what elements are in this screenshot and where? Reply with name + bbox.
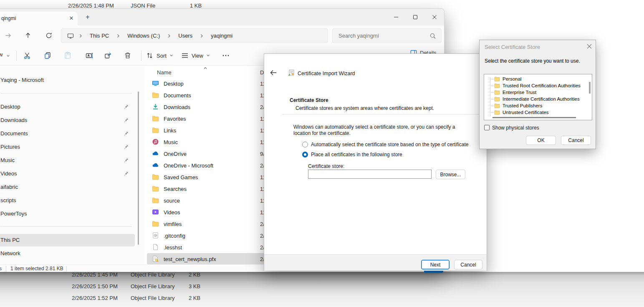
breadcrumb-item[interactable]: Windows (C:) — [124, 33, 163, 39]
copy-icon[interactable] — [39, 48, 56, 63]
sidebar-item[interactable]: Pictures — [0, 141, 135, 153]
tree-folder-icon — [494, 76, 500, 82]
view-icon — [181, 51, 189, 60]
breadcrumb-item[interactable]: This PC — [86, 33, 112, 39]
rename-icon[interactable] — [81, 48, 98, 63]
tree-folder-icon — [494, 109, 500, 115]
browse-button[interactable]: Browse... — [436, 170, 465, 179]
divider — [6, 266, 6, 271]
folder-icon — [152, 197, 159, 204]
radio-label: Automatically select the certificate sto… — [311, 142, 469, 147]
chevron-right-icon — [116, 33, 121, 38]
wizard-page-subheading: Certificate stores are system areas wher… — [295, 105, 434, 111]
divider — [282, 114, 487, 114]
search-box[interactable] — [332, 28, 442, 43]
close-icon[interactable] — [586, 43, 593, 50]
sidebar-item[interactable]: scripts — [0, 194, 135, 207]
pin-icon — [123, 130, 129, 137]
tree-horizontal-scrollbar[interactable] — [492, 117, 576, 118]
divider — [66, 266, 67, 271]
sidebar-item[interactable]: Downloads — [0, 114, 135, 127]
file-name: Desktop — [164, 81, 184, 87]
close-button[interactable] — [425, 9, 444, 25]
tree-item-label: Intermediate Certification Authorities — [503, 96, 580, 101]
sidebar-item[interactable]: Documents — [0, 127, 135, 140]
tree-vertical-scrollbar[interactable] — [589, 82, 591, 94]
show-physical-stores-checkbox[interactable] — [484, 125, 490, 130]
sort-button[interactable]: Sort — [146, 48, 174, 63]
tree-item-label: Enterprise Trust — [503, 90, 536, 95]
tree-item[interactable]: Trusted Publishers — [487, 102, 588, 109]
pin-icon — [123, 144, 129, 150]
tree-item[interactable]: Untrusted Certificates — [487, 109, 588, 116]
sidebar-item[interactable]: PowerToys — [0, 208, 135, 220]
file-name: vimfiles — [164, 221, 182, 227]
search-icon — [429, 33, 436, 39]
sidebar-item[interactable]: This PC — [0, 234, 135, 246]
tree-folder-icon — [494, 89, 500, 95]
share-icon[interactable] — [100, 48, 116, 63]
wizard-page-heading: Certificate Store — [290, 97, 328, 103]
desktop-icon — [152, 80, 159, 87]
folder-icon — [152, 185, 159, 192]
sidebar-scrollbar[interactable] — [138, 91, 139, 245]
sidebar-item[interactable]: Videos — [0, 167, 135, 180]
sidebar-item[interactable]: Music — [0, 154, 135, 167]
dialog-title: Select Certificate Store — [485, 44, 540, 50]
new-tab-button[interactable]: + — [83, 13, 92, 22]
ok-button[interactable]: OK — [526, 136, 556, 145]
back-arrow-icon[interactable] — [269, 69, 278, 76]
maximize-button[interactable] — [406, 9, 425, 25]
radio-icon[interactable] — [302, 142, 308, 147]
tree-item[interactable]: Trusted Root Certification Authorities — [487, 82, 588, 89]
view-button[interactable]: View — [181, 48, 210, 63]
cancel-button[interactable]: Cancel — [561, 136, 591, 145]
radio-automatic-store[interactable]: Automatically select the certificate sto… — [302, 142, 469, 147]
new-button[interactable]: w — [0, 51, 3, 58]
pin-icon — [123, 170, 129, 177]
refresh-icon[interactable] — [42, 29, 56, 42]
tree-item[interactable]: Enterprise Trust — [487, 89, 588, 96]
sidebar-item-profile[interactable]: Yaqing - Microsoft — [0, 74, 135, 86]
radio-place-in-store[interactable]: Place all certificates in the following … — [302, 152, 402, 157]
sidebar-item[interactable]: Network — [0, 247, 135, 260]
sort-ascending-icon — [203, 66, 208, 71]
tree-item-label: Personal — [503, 76, 521, 81]
tab-close-icon[interactable]: ✕ — [68, 15, 75, 22]
background-file-row: 2/26/2025 1:52 PM Object File Library 2 … — [0, 293, 644, 304]
breadcrumb[interactable]: This PC Windows (C:) Users yaqin — [61, 28, 328, 43]
tree-item[interactable]: Personal — [487, 76, 588, 82]
sidebar-item[interactable]: Desktop — [0, 101, 135, 113]
cut-icon[interactable] — [19, 48, 36, 63]
file-size: 3 KB — [189, 283, 200, 289]
more-icon[interactable] — [218, 48, 233, 63]
tab-title: qingmi — [1, 15, 16, 21]
pin-icon — [123, 157, 129, 163]
radio-selected-icon[interactable] — [302, 152, 308, 157]
name-column-header[interactable]: Name — [157, 69, 172, 76]
up-icon[interactable] — [21, 29, 35, 42]
file-name: Documents — [164, 92, 191, 99]
certificate-store-tree[interactable]: Personal Trusted Root Certification Auth… — [484, 74, 592, 120]
certificate-import-wizard-dialog: Certificate Import Wizard Certificate St… — [264, 53, 487, 271]
checkbox-label: Show physical stores — [492, 125, 539, 131]
chevron-down-icon — [5, 48, 11, 63]
next-button[interactable]: Next — [421, 260, 450, 269]
certificate-store-input[interactable] — [308, 170, 432, 179]
tree-item[interactable]: Intermediate Certification Authorities — [487, 96, 588, 102]
wizard-title: Certificate Import Wizard — [298, 71, 355, 76]
breadcrumb-item[interactable]: Users — [175, 33, 196, 39]
sidebar-item[interactable]: aifabric — [0, 181, 135, 193]
delete-icon[interactable] — [119, 48, 136, 63]
pin-icon — [123, 104, 129, 110]
breadcrumb-item[interactable]: yaqingmi — [207, 33, 236, 39]
tree-folder-icon — [494, 83, 500, 89]
certificate-store-label: Certificate store: — [308, 163, 344, 169]
forward-icon[interactable] — [1, 29, 15, 42]
minimize-button[interactable] — [386, 9, 406, 25]
music-icon — [152, 138, 159, 145]
selection-size: 2.81 KB — [45, 266, 63, 271]
tab-yaqingmi[interactable]: qingmi ✕ — [0, 12, 78, 25]
cancel-button[interactable]: Cancel — [454, 260, 482, 269]
search-input[interactable] — [338, 29, 422, 43]
